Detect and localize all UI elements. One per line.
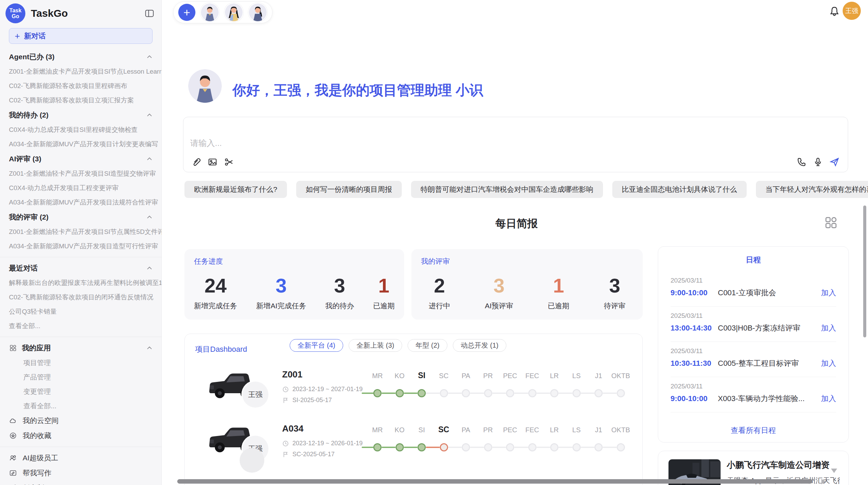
milestone-label: SI (410, 426, 433, 434)
milestone-label: KO (388, 426, 411, 434)
paperclip-icon[interactable] (191, 157, 201, 167)
milestone-dot (418, 389, 426, 397)
project-dates-row: 2023-12-19 ~ 2026-01-19 (282, 440, 363, 447)
sidebar-section-header[interactable]: 我的评审 (2) (0, 210, 161, 225)
suggestion-chip[interactable]: 欧洲新规最近颁布了什么? (184, 181, 287, 198)
schedule-item-row: 13:00-14:30C003|H0B-方案冻结评审加入 (671, 323, 836, 333)
view-all-schedule-link[interactable]: 查看所有日程 (658, 425, 848, 436)
milestone-timeline: MRKOSISCPAPRPECFECLRLSJ1OKTB (366, 426, 641, 458)
sidebar-section-header[interactable]: 我的应用 (0, 340, 161, 356)
stat-label: 待评审 (604, 301, 626, 311)
add-contact-button[interactable]: + (178, 4, 195, 21)
sidebar-item[interactable]: A034-全新新能源MUV产品开发项目造型可行性评审 (0, 239, 161, 253)
milestone-segment (448, 447, 462, 448)
contact-avatar[interactable] (248, 3, 267, 22)
suggestion-chip[interactable]: 当下年轻人对汽车外观有怎样的喜好趋势 (756, 181, 868, 198)
stat-item: 3AI预评审 (485, 267, 513, 320)
sidebar-item[interactable]: Z001-全新燃油皮卡产品开发项目SI节点Lesson Learn报告 (0, 64, 161, 79)
milestone-segment (537, 447, 551, 448)
sidebar-item[interactable]: 查看全部... (0, 319, 161, 333)
assistant-avatar (188, 69, 222, 103)
suggestion-chip[interactable]: 比亚迪全固态电池计划具体说了什么 (612, 181, 747, 198)
mic-icon[interactable] (813, 157, 823, 167)
sidebar-tool-people[interactable]: AI超级员工 (0, 450, 161, 465)
stat-label: AI预评审 (485, 301, 513, 311)
owner-name: 王强 (248, 390, 263, 399)
sidebar-section-header[interactable]: Agent已办 (3) (0, 49, 161, 64)
partial-next-row-avatar (240, 448, 264, 473)
sidebar-item[interactable]: A034-全新新能源MUV产品开发项目计划变更表编写 (0, 137, 161, 151)
project-dashboard-card: 项目Dashboard 全新平台 (4)全新上装 (3)年型 (2)动总开发 (… (184, 334, 643, 485)
clock-icon (282, 386, 289, 393)
horizontal-scrollbar-thumb[interactable] (177, 479, 812, 484)
chat-input[interactable] (190, 138, 499, 148)
layout-grid-icon[interactable] (823, 215, 839, 230)
milestone-label: SI (410, 371, 433, 380)
scroll-down-arrow-icon[interactable] (831, 469, 837, 473)
project-row[interactable]: 王强Z0012023-12-19 ~ 2027-01-19SI-2025-05-… (185, 366, 643, 421)
send-icon[interactable] (829, 157, 840, 167)
milestone-segment (492, 393, 506, 394)
join-link[interactable]: 加入 (821, 358, 836, 369)
user-avatar[interactable]: 王强 (843, 2, 861, 20)
stat-item: 3待评审 (604, 267, 626, 320)
sidebar-item[interactable]: 查看全部... (0, 399, 161, 413)
sidebar-item[interactable]: 变更管理 (0, 384, 161, 399)
milestone-segment (426, 393, 440, 394)
stat-label: 已逾期 (373, 301, 395, 311)
schedule-item: 2025/03/119:00-10:00X003-车辆动力学性能验...加入 (671, 377, 836, 412)
sidebar-section-title: Agent已办 (3) (9, 52, 55, 62)
schedule-name: C001-立项审批会 (718, 288, 821, 298)
sidebar-section-header[interactable]: 我的待办 (2) (0, 108, 161, 123)
sidebar-item-cloud[interactable]: 我的云空间 (0, 413, 161, 428)
milestone-segment (492, 447, 506, 448)
sidebar: Task Go TaskGo + 新对话 Agent已办 (3)Z001-全新燃… (0, 0, 162, 485)
chat-composer (183, 117, 848, 172)
milestone-dot (462, 389, 470, 397)
sidebar-item[interactable]: C02-飞腾新能源轻客改款项目立项汇报方案 (0, 93, 161, 108)
suggestion-chip[interactable]: 特朗普可能对进口汽车增税会对中国车企造成哪些影响 (411, 181, 603, 198)
sidebar-section-header[interactable]: AI评审 (3) (0, 151, 161, 166)
schedule-card: 日程 2025/03/119:00-10:00C001-立项审批会加入2025/… (658, 246, 849, 443)
sidebar-item-badge[interactable]: 我的收藏 (0, 428, 161, 443)
sidebar-tool-pen[interactable]: 创意制图 (0, 481, 161, 485)
vertical-scrollbar-thumb[interactable] (863, 206, 866, 337)
dashboard-tab[interactable]: 动总开发 (1) (453, 339, 506, 352)
dashboard-tab[interactable]: 全新上装 (3) (349, 339, 402, 352)
sidebar-item[interactable]: 公司Q3轻卡销量 (0, 304, 161, 319)
sidebar-item[interactable]: 解释最新出台的欧盟报废车法规再生塑料比例被调至15%... (0, 276, 161, 290)
sidebar-tool-write[interactable]: 帮我写作 (0, 465, 161, 481)
image-icon[interactable] (207, 157, 218, 167)
sidebar-item[interactable]: C02-飞腾新能源轻客改款项目的闭环通告反馈情况 (0, 290, 161, 304)
contact-avatar[interactable] (200, 3, 219, 22)
sidebar-section-header[interactable]: 最近对话 (0, 261, 161, 276)
task-progress-card: 任务进度 24新增完成任务3新增AI完成任务3我的待办1已逾期 (184, 249, 404, 320)
milestone-dot (617, 389, 625, 397)
scissors-icon[interactable] (224, 157, 234, 167)
join-link[interactable]: 加入 (821, 288, 836, 298)
sidebar-item[interactable]: C0X4-动力总成开发项目工程变更评审 (0, 181, 161, 195)
milestone-segment (558, 447, 572, 448)
milestone-dot (373, 389, 382, 397)
new-chat-button[interactable]: + 新对话 (9, 28, 153, 44)
sidebar-item[interactable]: 项目管理 (0, 356, 161, 370)
sidebar-item[interactable]: C0X4-动力总成开发项目SI里程碑提交物检查 (0, 123, 161, 137)
flag-icon (282, 397, 289, 404)
sidebar-item[interactable]: Z001-全新燃油轻卡产品开发项目SI造型提交物评审 (0, 166, 161, 181)
sidebar-item[interactable]: 产品管理 (0, 370, 161, 384)
sidebar-collapse-icon[interactable] (144, 8, 155, 18)
join-link[interactable]: 加入 (821, 323, 836, 333)
milestone-segment (426, 447, 440, 448)
contact-avatar[interactable] (224, 3, 243, 22)
phone-icon[interactable] (796, 157, 807, 167)
scroll-right-arrow-icon[interactable] (821, 479, 826, 484)
sidebar-item[interactable]: Z001-全新燃油轻卡产品开发项目SI节点属性5D文件评审 (0, 225, 161, 239)
suggestion-chip[interactable]: 如何写一份清晰的项目周报 (296, 181, 402, 198)
schedule-item-row: 9:00-10:00X003-车辆动力学性能验...加入 (671, 394, 836, 404)
dashboard-tab[interactable]: 全新平台 (4) (290, 339, 343, 352)
dashboard-tab[interactable]: 年型 (2) (408, 339, 447, 352)
sidebar-item[interactable]: C02-飞腾新能源轻客改款项目里程碑画布 (0, 79, 161, 93)
join-link[interactable]: 加入 (821, 394, 836, 404)
sidebar-item[interactable]: A034-全新新能源MUV产品开发项目法规符合性评审 (0, 195, 161, 210)
bell-icon[interactable] (828, 5, 841, 18)
